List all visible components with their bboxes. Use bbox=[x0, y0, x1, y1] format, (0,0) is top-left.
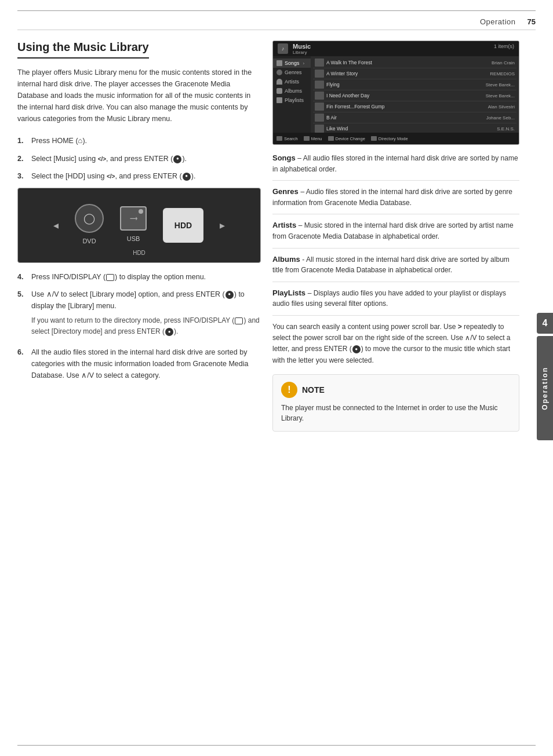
enter-icon-5: ● bbox=[225, 291, 234, 299]
step-1-content: Press HOME (⌂). bbox=[31, 135, 261, 147]
track-4-thumb bbox=[315, 92, 324, 100]
note-exclamation-icon: ! bbox=[281, 382, 297, 398]
side-tab-label: Operation bbox=[541, 367, 549, 410]
footer-device-change: Device Change bbox=[328, 136, 365, 141]
hdd-image: ◂ ◯ DVD ⟶ USB HDD ▸ bbox=[17, 188, 261, 263]
track-6: B Air Johane Seb... bbox=[313, 112, 516, 123]
step-4-num: 4. bbox=[17, 271, 29, 283]
footer-search: Search bbox=[276, 136, 298, 141]
music-footer: Search Menu Device Change Directory Mode bbox=[273, 133, 519, 144]
usb-icon: ⟶ bbox=[120, 206, 147, 231]
intro-text: The player offers Music Library menu for… bbox=[17, 67, 261, 125]
track-5-thumb bbox=[315, 103, 324, 111]
enter-icon-3: ● bbox=[183, 173, 191, 181]
power-scroll-text: You can search easily a content using po… bbox=[272, 323, 511, 364]
usb-dot bbox=[139, 209, 143, 214]
step-3: 3. Select the [HDD] using </>, and press… bbox=[17, 170, 261, 182]
search-icon bbox=[276, 136, 282, 141]
albums-icon bbox=[276, 88, 282, 94]
artists-icon bbox=[276, 79, 282, 85]
songs-icon bbox=[276, 60, 282, 66]
step-1-num: 1. bbox=[17, 135, 29, 147]
dvd-icon: ◯ bbox=[75, 204, 104, 233]
track-6-thumb bbox=[315, 114, 324, 122]
arrow-left-right: </> bbox=[98, 156, 106, 162]
music-tracks: A Walk In The Forest Brian Crain A Winte… bbox=[311, 56, 519, 133]
step-5-num: 5. bbox=[17, 288, 29, 341]
track-7-thumb bbox=[315, 125, 324, 133]
step-6-content: All the audio files stored in the intern… bbox=[31, 346, 261, 381]
songs-title: Songs bbox=[272, 154, 296, 162]
hdd-main-icon: HDD bbox=[163, 208, 203, 243]
step-3-num: 3. bbox=[17, 170, 29, 182]
category-genres: Genres – Audio files stored in the inter… bbox=[272, 187, 519, 214]
note-text: The player must be connected to the Inte… bbox=[281, 403, 511, 424]
menu-icon bbox=[304, 136, 310, 141]
sidebar-songs: Songs › bbox=[273, 59, 311, 68]
display-icon-4 bbox=[106, 274, 114, 281]
section-title: Using the Music Library bbox=[17, 41, 149, 59]
step-2: 2. Select [Music] using </>, and press E… bbox=[17, 153, 261, 165]
enter-icon-scroll: ● bbox=[352, 345, 361, 353]
left-column: Using the Music Library The player offer… bbox=[17, 41, 261, 432]
category-albums: Albums - All music stored in the interna… bbox=[272, 254, 519, 282]
device-icon bbox=[328, 136, 334, 141]
step-4-content: Press INFO/DISPLAY () to display the opt… bbox=[31, 271, 261, 283]
genres-icon bbox=[276, 70, 282, 75]
page-border-bottom bbox=[17, 745, 536, 746]
note-title: NOTE bbox=[302, 385, 325, 395]
arrow-right-icon: ▸ bbox=[220, 217, 225, 234]
step-1: 1. Press HOME (⌂). bbox=[17, 135, 261, 147]
directory-icon bbox=[371, 136, 377, 141]
albums-title: Albums bbox=[272, 255, 300, 264]
usb-label: USB bbox=[127, 234, 140, 244]
footer-menu: Menu bbox=[304, 136, 322, 141]
page-border-top bbox=[17, 10, 536, 11]
right-column: ♪ Music Library 1 item(s) Songs › Ge bbox=[272, 41, 519, 432]
track-3-thumb bbox=[315, 81, 324, 89]
music-screen-body: Songs › Genres Artists Albums bbox=[273, 56, 519, 133]
sidebar-albums: Albums bbox=[273, 86, 311, 96]
header-page-number: 75 bbox=[527, 17, 536, 26]
albums-desc: - All music stored in the internal hard … bbox=[272, 255, 510, 275]
power-scroll-section: You can search easily a content using po… bbox=[272, 322, 519, 366]
sidebar-artists: Artists bbox=[273, 77, 311, 86]
step-6: 6. All the audio files stored in the int… bbox=[17, 346, 261, 381]
track-2: A Winter Story REMEDIOS bbox=[313, 68, 516, 79]
track-7: Like Wind S.E.N.S. bbox=[313, 123, 516, 133]
steps: 1. Press HOME (⌂). 2. Select [Music] usi… bbox=[17, 135, 261, 381]
side-tab-number: 4 bbox=[537, 313, 553, 334]
footer-directory-mode: Directory Mode bbox=[371, 136, 408, 141]
main-content: Using the Music Library The player offer… bbox=[17, 41, 519, 432]
usb-item: ⟶ USB bbox=[120, 206, 147, 244]
hdd-inner: ◂ ◯ DVD ⟶ USB HDD ▸ bbox=[53, 204, 225, 247]
step-6-num: 6. bbox=[17, 346, 29, 381]
enter-icon-5b: ● bbox=[165, 328, 173, 336]
arrow-left-right-2: </> bbox=[107, 173, 115, 180]
artists-title: Artists bbox=[272, 221, 296, 229]
note-box: ! NOTE The player must be connected to t… bbox=[272, 374, 519, 432]
track-2-thumb bbox=[315, 70, 324, 78]
genres-title: Genres bbox=[272, 187, 299, 196]
side-tab: Operation bbox=[537, 336, 553, 440]
track-1: A Walk In The Forest Brian Crain bbox=[313, 57, 516, 68]
track-5: Fin Forrest...Forrest Gump Alan Silvestr… bbox=[313, 101, 516, 112]
music-sidebar: Songs › Genres Artists Albums bbox=[273, 56, 311, 133]
playlists-desc: – Displays audio files you have added to… bbox=[272, 289, 506, 308]
hdd-sublabel: HDD bbox=[133, 249, 145, 258]
category-artists: Artists – Music stored in the internal h… bbox=[272, 220, 519, 248]
dvd-label: DVD bbox=[82, 236, 96, 247]
note-header: ! NOTE bbox=[281, 382, 511, 398]
playlists-icon bbox=[276, 97, 282, 103]
page-header: Operation 75 bbox=[17, 17, 536, 30]
songs-dash: – All audio files stored in the internal… bbox=[272, 154, 518, 173]
arrow-right-gt: > bbox=[458, 323, 462, 331]
artists-dash: – Music stored in the internal hard disk… bbox=[272, 221, 514, 240]
music-icon: ♪ bbox=[278, 43, 288, 54]
step-2-num: 2. bbox=[17, 153, 29, 165]
step-5-subtext: If you want to return to the directory m… bbox=[31, 315, 261, 337]
sidebar-genres: Genres bbox=[273, 68, 311, 77]
step-5-content: Use ∧/V to select [Library mode] option,… bbox=[31, 288, 261, 341]
header-section: Operation bbox=[480, 17, 516, 26]
music-screen-counter: 1 item(s) bbox=[494, 43, 514, 49]
